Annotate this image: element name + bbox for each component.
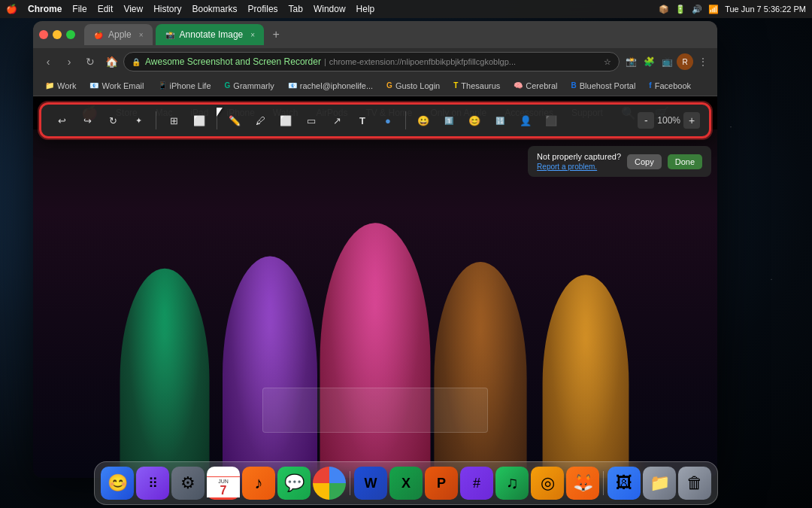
extension-label: Awesome Screenshot and Screen Recorder bbox=[145, 56, 321, 67]
menu-help[interactable]: Help bbox=[356, 4, 375, 14]
tab-annotate-close[interactable]: × bbox=[250, 31, 255, 39]
extension-icon-2[interactable]: 🧩 bbox=[641, 53, 657, 70]
zoom-out-button[interactable]: - bbox=[638, 112, 654, 129]
menu-chrome[interactable]: Chrome bbox=[28, 4, 62, 14]
dock-calendar[interactable]: JUN 7 bbox=[207, 467, 240, 500]
rotate-button[interactable]: ↻ bbox=[102, 109, 124, 132]
menubar-left: 🍎 Chrome File Edit View History Bookmark… bbox=[6, 4, 374, 14]
laptop-glow bbox=[262, 388, 488, 433]
window-controls bbox=[39, 30, 75, 39]
facebook-icon: f bbox=[649, 81, 651, 90]
bookmark-rachel-label: rachel@iphonelife... bbox=[300, 81, 373, 90]
minimize-button[interactable] bbox=[53, 30, 62, 39]
tab-annotate[interactable]: 📸 Annotate Image × bbox=[156, 24, 265, 45]
sticker3-button[interactable]: 😊 bbox=[463, 109, 486, 132]
dock-finder[interactable]: 😊 bbox=[101, 467, 134, 500]
cast-icon[interactable]: 📺 bbox=[659, 53, 675, 70]
address-url: chrome-extension://nlipoenfbbikpbjkfpfil… bbox=[329, 57, 516, 66]
screenshot-mode-button[interactable]: ⊞ bbox=[162, 109, 185, 132]
dock-slack[interactable]: # bbox=[460, 467, 493, 500]
menu-view[interactable]: View bbox=[123, 4, 143, 14]
bookmark-work[interactable]: 📁 Work bbox=[39, 80, 82, 92]
highlight-tool-button[interactable]: 🖊 bbox=[249, 109, 271, 132]
sticker5-button[interactable]: 👤 bbox=[514, 109, 537, 132]
arrow-tool-button[interactable]: ↗ bbox=[326, 109, 348, 132]
text-tool-button[interactable]: T bbox=[351, 109, 374, 132]
address-bar[interactable]: 🔒 Awesome Screenshot and Screen Recorder… bbox=[123, 52, 620, 71]
close-button[interactable] bbox=[39, 30, 48, 39]
dock-files[interactable]: 📁 bbox=[643, 467, 676, 500]
dock-launchpad[interactable]: ⠿ bbox=[136, 467, 169, 500]
bookmark-grammarly[interactable]: G Grammarly bbox=[219, 80, 280, 92]
menu-file[interactable]: File bbox=[72, 4, 86, 14]
back-button[interactable]: ‹ bbox=[39, 53, 57, 71]
tab-bar: 🍎 Apple × 📸 Annotate Image × + bbox=[33, 21, 717, 48]
reload-button[interactable]: ↻ bbox=[81, 53, 99, 71]
crop-variant-button[interactable]: ✦ bbox=[127, 109, 150, 132]
menu-edit[interactable]: Edit bbox=[98, 4, 114, 14]
select-tool-button[interactable]: ⬜ bbox=[188, 109, 211, 132]
menu-dots[interactable]: ⋮ bbox=[695, 53, 711, 70]
menubar: 🍎 Chrome File Edit View History Bookmark… bbox=[0, 0, 812, 18]
dock-music[interactable]: ♪ bbox=[242, 467, 275, 500]
lock-icon: 🔒 bbox=[132, 58, 141, 66]
dock-word[interactable]: W bbox=[354, 467, 387, 500]
dock-excel[interactable]: X bbox=[389, 467, 423, 500]
dock-chrome[interactable] bbox=[313, 467, 346, 500]
undo-button[interactable]: ↩ bbox=[50, 109, 73, 132]
dock-preview[interactable]: 🖼 bbox=[607, 467, 641, 500]
menu-history[interactable]: History bbox=[153, 4, 181, 14]
blur-tool-button[interactable]: ⬛ bbox=[540, 109, 562, 132]
pen-tool-button[interactable]: ✏️ bbox=[223, 109, 246, 132]
dock-messages[interactable]: 💬 bbox=[277, 467, 311, 500]
dock-trash[interactable]: 🗑 bbox=[678, 467, 711, 500]
menu-bookmarks[interactable]: Bookmarks bbox=[192, 4, 238, 14]
color-picker-button[interactable]: ● bbox=[377, 109, 399, 132]
apple-menu[interactable]: 🍎 bbox=[6, 4, 17, 14]
bookmark-facebook[interactable]: f Facebook bbox=[643, 80, 697, 92]
screenshot-ext-icon[interactable]: 📸 bbox=[623, 53, 639, 70]
dock-divider-2 bbox=[603, 471, 604, 495]
menu-tab[interactable]: Tab bbox=[289, 4, 303, 14]
tab-apple[interactable]: 🍎 Apple × bbox=[84, 24, 153, 45]
dock-safari[interactable]: ◎ bbox=[531, 467, 564, 500]
bookmark-cerebral[interactable]: 🧠 Cerebral bbox=[508, 80, 563, 92]
char-1 bbox=[120, 269, 210, 478]
star-icon[interactable]: ☆ bbox=[604, 57, 611, 67]
dock-system-preferences[interactable]: ⚙ bbox=[171, 467, 205, 500]
copy-button[interactable]: Copy bbox=[627, 154, 662, 169]
tab-apple-close[interactable]: × bbox=[139, 31, 144, 39]
dock-firefox[interactable]: 🦊 bbox=[566, 467, 599, 500]
char-4 bbox=[434, 262, 526, 478]
zoom-in-button[interactable]: + bbox=[683, 112, 700, 129]
nav-bar: ‹ › ↻ 🏠 🔒 Awesome Screenshot and Screen … bbox=[33, 48, 717, 75]
volume-icon: 🔊 bbox=[692, 5, 702, 14]
menu-profiles[interactable]: Profiles bbox=[248, 4, 278, 14]
profile-icon[interactable]: R bbox=[677, 53, 693, 70]
wifi-icon: 📶 bbox=[708, 5, 719, 14]
bookmark-thesaurus[interactable]: T Thesaurus bbox=[447, 80, 506, 92]
menubar-right: 📦 🔋 🔊 📶 Tue Jun 7 5:36:22 PM bbox=[659, 5, 806, 14]
toolbar-divider-1 bbox=[156, 111, 156, 129]
bookmark-gusto[interactable]: G Gusto Login bbox=[380, 80, 446, 92]
bookmark-iphone-life[interactable]: 📱 iPhone Life bbox=[152, 80, 217, 92]
redo-button[interactable]: ↪ bbox=[76, 109, 98, 132]
shapes-tool-button[interactable]: ⬜ bbox=[274, 109, 297, 132]
menu-window[interactable]: Window bbox=[314, 4, 346, 14]
done-button[interactable]: Done bbox=[668, 154, 702, 169]
bookmark-work-email[interactable]: 📧 Work Email bbox=[83, 80, 150, 92]
bookmark-bluehost[interactable]: B Bluehost Portal bbox=[565, 80, 642, 92]
bookmark-rachel[interactable]: 📧 rachel@iphonelife... bbox=[282, 80, 379, 92]
rectangle-tool-button[interactable]: ▭ bbox=[300, 109, 323, 132]
report-problem-link[interactable]: Report a problem. bbox=[537, 163, 621, 171]
thesaurus-icon: T bbox=[453, 81, 458, 90]
forward-button[interactable]: › bbox=[60, 53, 78, 71]
sticker4-button[interactable]: 🔢 bbox=[489, 109, 511, 132]
dock-powerpoint[interactable]: P bbox=[425, 467, 458, 500]
sticker2-button[interactable]: 1️⃣ bbox=[438, 109, 460, 132]
maximize-button[interactable] bbox=[66, 30, 75, 39]
sticker1-button[interactable]: 😀 bbox=[412, 109, 435, 132]
new-tab-button[interactable]: + bbox=[267, 26, 285, 44]
dock-spotify[interactable]: ♫ bbox=[495, 467, 529, 500]
home-button[interactable]: 🏠 bbox=[102, 53, 120, 71]
